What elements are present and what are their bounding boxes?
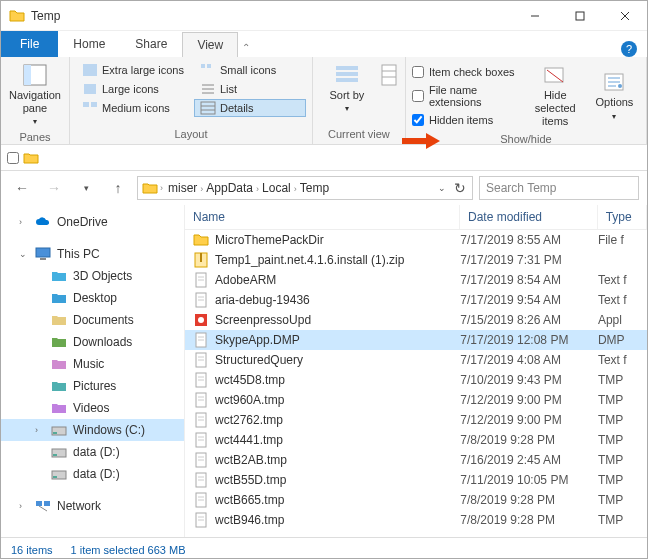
drive-icon (51, 312, 67, 328)
sidebar-onedrive[interactable]: ›OneDrive (1, 211, 184, 233)
file-row[interactable]: Temp1_paint.net.4.1.6.install (1).zip7/1… (185, 250, 647, 270)
sidebar-item[interactable]: Music (1, 353, 184, 375)
help-icon[interactable]: ? (621, 41, 637, 57)
options-icon (600, 70, 628, 94)
file-row[interactable]: wct45D8.tmp7/10/2019 9:43 PMTMP (185, 370, 647, 390)
file-row[interactable]: StructuredQuery7/17/2019 4:08 AMText f (185, 350, 647, 370)
breadcrumb-segment[interactable]: AppData (203, 181, 256, 195)
file-name: wct45D8.tmp (215, 373, 285, 387)
column-name[interactable]: Name (185, 205, 460, 229)
file-type: TMP (598, 413, 647, 427)
file-row[interactable]: aria-debug-194367/17/2019 9:54 AMText f (185, 290, 647, 310)
file-row[interactable]: AdobeARM7/17/2019 8:54 AMText f (185, 270, 647, 290)
select-all-checkbox[interactable] (7, 152, 19, 164)
folder-icon (9, 8, 25, 24)
maximize-button[interactable] (557, 1, 602, 31)
layout-medium-icons[interactable]: Medium icons (76, 99, 190, 117)
file-row[interactable]: wct4441.tmp7/8/2019 9:28 PMTMP (185, 430, 647, 450)
ribbon-group-currentview: Sort by ▾ Current view (313, 57, 406, 144)
options-button[interactable]: Options ▾ (589, 68, 640, 123)
layout-large-icons[interactable]: Large icons (76, 80, 190, 98)
breadcrumb-segment[interactable]: Temp (297, 181, 332, 195)
sort-by-button[interactable]: Sort by ▾ (319, 61, 375, 116)
file-name: MicroThemePackDir (215, 233, 324, 247)
ribbon: Navigation pane ▾ Panes Extra large icon… (1, 57, 647, 145)
back-button[interactable]: ← (9, 175, 35, 201)
sidebar-network[interactable]: ›Network (1, 495, 184, 517)
sidebar-item[interactable]: Desktop (1, 287, 184, 309)
chevron-right-icon: › (35, 425, 45, 435)
file-row[interactable]: wctB55D.tmp7/11/2019 10:05 PMTMP (185, 470, 647, 490)
tab-share[interactable]: Share (120, 31, 182, 57)
file-row[interactable]: wctB665.tmp7/8/2019 9:28 PMTMP (185, 490, 647, 510)
file-type: Appl (598, 313, 647, 327)
tab-view[interactable]: View (182, 32, 238, 57)
svg-rect-8 (83, 102, 89, 107)
drive-icon (51, 290, 67, 306)
file-row[interactable]: MicroThemePackDir7/17/2019 8:55 AMFile f (185, 230, 647, 250)
search-input[interactable]: Search Temp (479, 176, 639, 200)
file-type: TMP (598, 373, 647, 387)
breadcrumb[interactable]: › miser›AppData›Local›Temp ⌄ ↻ (137, 176, 473, 200)
column-type[interactable]: Type (598, 205, 647, 229)
sidebar-item[interactable]: Videos (1, 397, 184, 419)
navigation-pane-button[interactable]: Navigation pane ▾ (7, 61, 63, 129)
sidebar-item[interactable]: data (D:) (1, 441, 184, 463)
minimize-button[interactable] (512, 1, 557, 31)
sidebar-item[interactable]: Documents (1, 309, 184, 331)
dropdown-icon[interactable]: ⌄ (434, 176, 450, 200)
file-row[interactable]: SkypeApp.DMP7/17/2019 12:08 PMDMP (185, 330, 647, 350)
sort-by-label: Sort by (330, 89, 365, 102)
tab-home[interactable]: Home (58, 31, 120, 57)
sidebar-item[interactable]: ›Windows (C:) (1, 419, 184, 441)
tab-file[interactable]: File (1, 31, 58, 57)
layout-details[interactable]: Details (194, 99, 306, 117)
sidebar-item[interactable]: 3D Objects (1, 265, 184, 287)
layout-extra-large-icons[interactable]: Extra large icons (76, 61, 190, 79)
layout-small-icons[interactable]: Small icons (194, 61, 306, 79)
checkbox-item-checkboxes[interactable]: Item check boxes (412, 64, 522, 80)
collapse-ribbon-icon[interactable]: ⌃ (238, 38, 254, 57)
file-icon (193, 392, 209, 408)
file-icon (193, 292, 209, 308)
cloud-icon (35, 214, 51, 230)
refresh-icon[interactable]: ↻ (452, 176, 468, 200)
file-row[interactable]: wct960A.tmp7/12/2019 9:00 PMTMP (185, 390, 647, 410)
checkbox-hidden-items[interactable]: Hidden items (412, 112, 522, 128)
svg-rect-15 (201, 102, 215, 114)
chevron-right-icon: › (19, 217, 29, 227)
layout-list[interactable]: List (194, 80, 306, 98)
column-headers[interactable]: Name Date modified Type (185, 205, 647, 230)
up-button[interactable]: ↑ (105, 175, 131, 201)
file-row[interactable]: wct2762.tmp7/12/2019 9:00 PMTMP (185, 410, 647, 430)
file-type: TMP (598, 453, 647, 467)
recent-locations-button[interactable]: ▾ (73, 175, 99, 201)
svg-rect-28 (36, 248, 50, 257)
svg-line-38 (39, 506, 47, 511)
group-by-button[interactable] (379, 61, 399, 89)
file-row[interactable]: wctB2AB.tmp7/16/2019 2:45 AMTMP (185, 450, 647, 470)
sidebar-item[interactable]: Downloads (1, 331, 184, 353)
title-bar: Temp (1, 1, 647, 31)
breadcrumb-segment[interactable]: miser (165, 181, 200, 195)
sidebar-item[interactable]: Pictures (1, 375, 184, 397)
ribbon-tabs: File Home Share View ⌃ ? (1, 31, 647, 57)
svg-rect-9 (91, 102, 97, 107)
sidebar-item[interactable]: data (D:) (1, 463, 184, 485)
breadcrumb-segment[interactable]: Local (259, 181, 294, 195)
navigation-sidebar[interactable]: ›OneDrive ⌄This PC 3D ObjectsDesktopDocu… (1, 205, 185, 537)
hide-selected-label: Hide selected items (532, 89, 579, 129)
sidebar-thispc[interactable]: ⌄This PC (1, 243, 184, 265)
file-name: AdobeARM (215, 273, 276, 287)
file-list[interactable]: Name Date modified Type MicroThemePackDi… (185, 205, 647, 537)
file-name: ScreenpressoUpd (215, 313, 311, 327)
hide-selected-button[interactable]: Hide selected items (530, 61, 581, 131)
status-selection: 1 item selected 663 MB (71, 544, 186, 556)
forward-button[interactable]: → (41, 175, 67, 201)
file-row[interactable]: wctB946.tmp7/8/2019 9:28 PMTMP (185, 510, 647, 530)
svg-rect-5 (24, 65, 31, 85)
file-row[interactable]: ScreenpressoUpd7/15/2019 8:26 AMAppl (185, 310, 647, 330)
column-date[interactable]: Date modified (460, 205, 598, 229)
checkbox-file-extensions[interactable]: File name extensions (412, 82, 522, 110)
close-button[interactable] (602, 1, 647, 31)
